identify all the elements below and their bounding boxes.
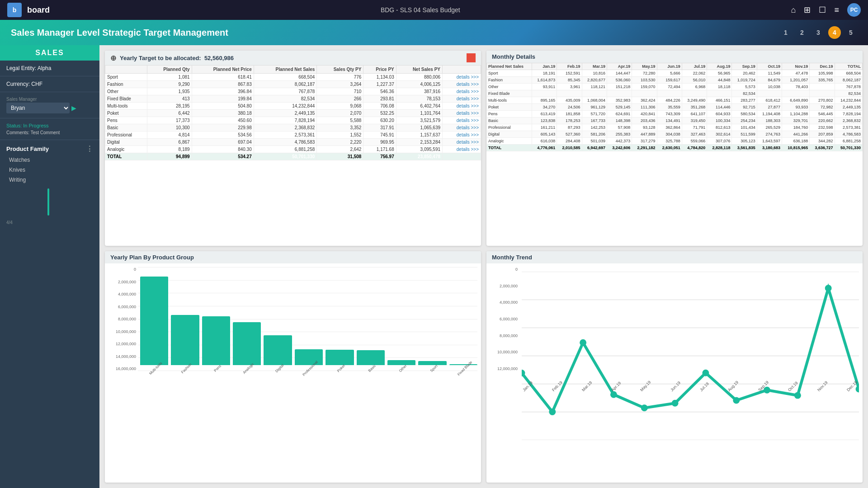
top-bar-icons: ⌂ ⊞ ☐ ≡ PC bbox=[791, 3, 861, 17]
row-label: Sport bbox=[105, 74, 147, 81]
yearly-plan-label: Yearly Plan By Product Group bbox=[110, 254, 194, 261]
page-header: Sales Manager Level Strategic Target Man… bbox=[0, 20, 868, 45]
details-link[interactable]: details >>> bbox=[443, 81, 481, 88]
home-icon[interactable]: ⌂ bbox=[791, 5, 796, 15]
table-row: Sport18,191152,59110,816144,44772,2805,6… bbox=[487, 70, 863, 77]
table-row: Fashion1,614,87385,3452,820,677536,06010… bbox=[487, 77, 863, 84]
details-link[interactable]: details >>> bbox=[443, 124, 481, 131]
y-axis-label: 10,000,000 bbox=[108, 329, 138, 334]
details-link[interactable]: details >>> bbox=[443, 95, 481, 103]
table-row: Basic 10,300 229.98 2,368,832 3,352 317.… bbox=[105, 124, 481, 131]
line-y-label: 6,000,000 bbox=[490, 317, 519, 321]
product-family-item-watches[interactable]: Watches bbox=[6, 155, 93, 165]
details-link[interactable]: details >>> bbox=[443, 131, 481, 139]
svg-point-13 bbox=[702, 370, 709, 376]
yearly-target-close-button[interactable] bbox=[467, 53, 476, 62]
product-family-item-writing[interactable]: Writing bbox=[6, 175, 93, 185]
bar-wrapper: Fixed Blade bbox=[449, 272, 477, 371]
bar-x-label: Basic bbox=[368, 364, 377, 373]
table-row: Multi-tools895,165435,0091,068,004352,98… bbox=[487, 97, 863, 104]
details-link[interactable]: details >>> bbox=[443, 88, 481, 95]
sidebar-currency: Currency: CHF bbox=[0, 76, 99, 92]
details-link[interactable]: details >>> bbox=[443, 139, 481, 146]
th-may: May.19 bbox=[632, 63, 657, 70]
bar-wrapper: Poket bbox=[326, 272, 354, 371]
th-aug: Aug.19 bbox=[707, 63, 732, 70]
main-layout: SALES Legal Entity: Alpha Currency: CHF … bbox=[0, 45, 868, 488]
avatar[interactable]: PC bbox=[847, 3, 861, 17]
sidebar: SALES Legal Entity: Alpha Currency: CHF … bbox=[0, 45, 99, 488]
y-axis-label: 8,000,000 bbox=[108, 317, 138, 321]
line-y-label: 12,000,000 bbox=[490, 366, 519, 371]
bar[interactable] bbox=[264, 335, 292, 365]
bar[interactable] bbox=[202, 316, 230, 365]
row-label: Poket bbox=[105, 110, 147, 117]
yearly-target-card: ⊕ Yearly Target to be allocated: 52,560,… bbox=[105, 51, 481, 246]
th-oct: Oct.19 bbox=[757, 63, 782, 70]
bar[interactable] bbox=[326, 350, 354, 365]
details-link[interactable]: details >>> bbox=[443, 103, 481, 110]
monthly-trend-label: Monthly Trend bbox=[492, 254, 532, 261]
step-3[interactable]: 3 bbox=[812, 26, 825, 39]
product-family-item-knives[interactable]: Knives bbox=[6, 165, 93, 175]
y-axis-label: 14,000,000 bbox=[108, 354, 138, 359]
step-2[interactable]: 2 bbox=[796, 26, 808, 39]
th-monthly-product: Planned Net Sales bbox=[487, 63, 532, 70]
svg-point-9 bbox=[580, 339, 586, 346]
bar-wrapper: Digital bbox=[264, 272, 292, 371]
svg-point-8 bbox=[549, 408, 556, 415]
bar[interactable] bbox=[387, 360, 415, 365]
row-label: Other bbox=[105, 88, 147, 95]
bar[interactable] bbox=[171, 315, 199, 365]
sales-manager-select[interactable]: Bryan bbox=[6, 103, 70, 113]
bar-wrapper: Other bbox=[387, 272, 415, 371]
row-label: Fashion bbox=[105, 81, 147, 88]
bar[interactable] bbox=[418, 361, 446, 365]
bar-x-label: Other bbox=[398, 364, 408, 373]
table-row: Other 1,935 396.84 767,878 710 546.36 38… bbox=[105, 88, 481, 95]
line-y-label: 4,000,000 bbox=[490, 300, 519, 305]
product-family-menu-icon[interactable]: ⋮ bbox=[86, 145, 93, 153]
table-row: Pens613,419181,858571,720624,691420,8417… bbox=[487, 111, 863, 117]
yearly-target-header: ⊕ Yearly Target to be allocated: 52,560,… bbox=[105, 51, 481, 65]
scrollbar-thumb[interactable] bbox=[47, 188, 49, 216]
bar-wrapper: Basic bbox=[357, 272, 385, 371]
line-x-labels: Jan.19Feb.19Mar.19Apr.19May.19Jun.19Jul.… bbox=[522, 389, 859, 394]
logo-box: b bbox=[7, 3, 22, 17]
step-4[interactable]: 4 bbox=[828, 26, 841, 39]
currency-value: Currency: CHF bbox=[6, 81, 93, 87]
chat-icon[interactable]: ☐ bbox=[819, 5, 826, 15]
details-link[interactable]: details >>> bbox=[443, 146, 481, 153]
th-price-py: Price PY bbox=[363, 66, 396, 74]
bar-x-label: Fixed Blade bbox=[457, 360, 473, 376]
details-link[interactable]: details >>> bbox=[443, 110, 481, 117]
step-5[interactable]: 5 bbox=[844, 26, 857, 39]
total-row: TOTAL 94,899 534.27 50,701,330 31,508 75… bbox=[105, 153, 481, 160]
monthly-total-row: TOTAL4,776,0612,010,5856,942,6973,242,60… bbox=[487, 145, 863, 151]
bar-wrapper: Pens bbox=[202, 272, 230, 371]
table-row: Fixed Blade 413 199.84 82,534 266 293.81… bbox=[105, 95, 481, 103]
bar[interactable] bbox=[357, 350, 385, 365]
svg-point-12 bbox=[672, 400, 679, 407]
line-chart-svg bbox=[522, 272, 859, 440]
details-link[interactable]: details >>> bbox=[443, 117, 481, 124]
bar[interactable] bbox=[140, 277, 168, 365]
details-link[interactable]: details >>> bbox=[443, 74, 481, 81]
sidebar-legal-entity: Legal Entity: Alpha bbox=[0, 61, 99, 76]
y-axis-label: 4,000,000 bbox=[108, 292, 138, 296]
grid-icon[interactable]: ⊞ bbox=[804, 5, 811, 15]
th-jun: Jun.19 bbox=[657, 63, 682, 70]
table-row: Multi-tools 28,195 504.80 14,232,844 9,0… bbox=[105, 103, 481, 110]
menu-icon[interactable]: ≡ bbox=[834, 5, 839, 15]
row-label: Analogic bbox=[105, 146, 147, 153]
y-axis: 16,000,00014,000,00012,000,00010,000,000… bbox=[108, 267, 138, 371]
sales-manager-select-row: Bryan ▶ bbox=[6, 103, 93, 113]
table-row: Sport 1,081 618.41 668,504 776 1,134.03 … bbox=[105, 74, 481, 81]
bar-wrapper: Sport bbox=[418, 272, 446, 371]
step-1[interactable]: 1 bbox=[779, 26, 792, 39]
monthly-details-label: Monthly Details bbox=[492, 53, 535, 60]
line-y-label: 10,000,000 bbox=[490, 350, 519, 354]
sales-manager-arrow[interactable]: ▶ bbox=[71, 104, 76, 112]
bar[interactable] bbox=[233, 322, 261, 365]
bar[interactable] bbox=[449, 364, 477, 365]
